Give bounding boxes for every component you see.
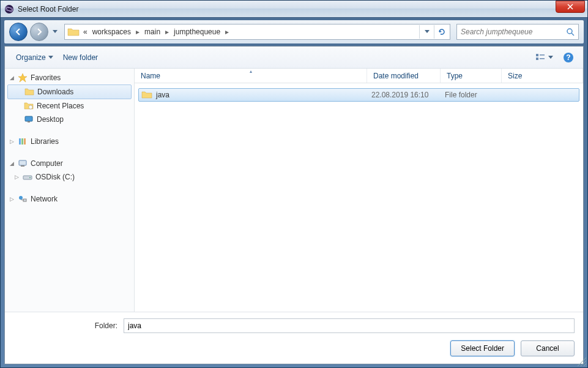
views-icon [535, 53, 546, 62]
svg-rect-17 [21, 165, 24, 167]
favorites-label: Favorites [31, 73, 61, 82]
recent-icon [23, 101, 34, 111]
views-button[interactable] [530, 50, 557, 65]
sidebar-item-recent-places[interactable]: Recent Places [5, 99, 134, 113]
column-header-type[interactable]: Type [441, 69, 502, 83]
sidebar-item-label: Recent Places [37, 102, 84, 110]
file-name: java [156, 91, 169, 99]
desktop-icon [23, 115, 34, 124]
svg-point-20 [19, 196, 23, 200]
breadcrumb-item[interactable]: main [142, 26, 163, 37]
svg-rect-11 [25, 116, 32, 121]
file-row[interactable]: java 22.08.2019 16:10 File folder [138, 88, 579, 102]
refresh-button[interactable] [434, 25, 448, 39]
folder-icon [141, 91, 152, 99]
forward-button[interactable] [30, 23, 48, 41]
nav-history-dropdown[interactable] [51, 24, 59, 39]
titlebar[interactable]: Select Root Folder [1, 1, 587, 18]
tree-group-libraries: ▷ Libraries [5, 135, 134, 148]
svg-point-10 [29, 105, 32, 109]
sidebar-item-libraries[interactable]: ▷ Libraries [5, 135, 134, 148]
network-label: Network [31, 195, 58, 203]
network-icon [17, 194, 28, 204]
sidebar: ◢ Favorites Downloads Recent Places [5, 69, 135, 312]
help-button[interactable]: ? [560, 50, 577, 65]
libraries-label: Libraries [31, 137, 59, 146]
bottom-panel: Folder: Select Folder Cancel [5, 312, 583, 364]
new-folder-label: New folder [63, 53, 98, 62]
sort-ascending-icon: ▴ [135, 69, 367, 74]
folder-icon [67, 26, 80, 38]
chevron-down-icon [425, 30, 430, 34]
computer-label: Computer [31, 159, 63, 168]
sidebar-item-label: OSDisk (C:) [35, 173, 75, 181]
expand-arrow-icon: ◢ [10, 75, 16, 81]
file-list: ▴ Name Date modified Type Size java 22.0… [135, 69, 583, 312]
breadcrumb-item[interactable]: jumpthequeue [171, 26, 223, 37]
folder-label: Folder: [13, 321, 124, 330]
expand-arrow-icon: ▷ [10, 196, 16, 202]
address-dropdown[interactable] [419, 25, 434, 39]
svg-rect-16 [19, 160, 26, 165]
svg-rect-6 [540, 54, 545, 56]
close-icon [567, 4, 573, 10]
sidebar-item-label: Desktop [37, 115, 64, 124]
tree-group-network: ▷ Network [5, 192, 134, 206]
column-headers: ▴ Name Date modified Type Size [135, 69, 583, 83]
drive-icon [22, 172, 33, 182]
svg-rect-14 [21, 138, 23, 145]
column-header-size[interactable]: Size [502, 69, 583, 83]
breadcrumb: « workspaces ▸ main ▸ jumpthequeue ▸ [81, 26, 419, 37]
svg-rect-7 [540, 58, 545, 59]
arrow-left-icon [14, 28, 23, 36]
help-icon: ? [563, 52, 574, 63]
select-folder-button[interactable]: Select Folder [450, 340, 515, 356]
svg-point-19 [29, 177, 31, 178]
column-header-date[interactable]: Date modified [367, 69, 441, 83]
search-icon [566, 28, 575, 36]
organize-button[interactable]: Organize [11, 51, 58, 64]
resize-grip-icon[interactable] [578, 358, 586, 366]
refresh-icon [437, 28, 446, 36]
eclipse-icon [4, 4, 14, 14]
file-type: File folder [445, 91, 506, 99]
chevron-right-icon: ▸ [136, 28, 140, 36]
expand-arrow-icon: ▷ [10, 138, 16, 145]
folder-icon [24, 87, 35, 97]
chevron-down-icon [48, 56, 53, 59]
sidebar-item-label: Downloads [37, 88, 73, 96]
sidebar-item-favorites[interactable]: ◢ Favorites [5, 71, 134, 84]
new-folder-button[interactable]: New folder [58, 51, 103, 64]
tree-group-favorites: ◢ Favorites Downloads Recent Places [5, 71, 134, 126]
close-button[interactable] [556, 1, 585, 13]
computer-icon [17, 159, 28, 168]
svg-rect-13 [19, 138, 21, 145]
address-bar[interactable]: « workspaces ▸ main ▸ jumpthequeue ▸ [64, 24, 450, 40]
search-input[interactable] [461, 28, 566, 36]
back-button[interactable] [9, 23, 28, 41]
svg-rect-4 [536, 54, 538, 56]
search-box[interactable] [456, 24, 579, 40]
libraries-icon [17, 137, 28, 146]
column-header-name[interactable]: ▴ Name [135, 69, 367, 83]
breadcrumb-item[interactable]: workspaces [90, 26, 133, 37]
expand-arrow-icon: ▷ [15, 174, 21, 180]
svg-point-3 [567, 29, 572, 34]
sidebar-item-computer[interactable]: ◢ Computer [5, 157, 134, 170]
chevron-down-icon [53, 30, 58, 34]
file-rows[interactable]: java 22.08.2019 16:10 File folder [135, 83, 583, 312]
chevron-down-icon [548, 56, 553, 59]
arrow-right-icon [35, 28, 43, 36]
chevron-right-icon: ▸ [225, 28, 229, 36]
sidebar-item-osdisk[interactable]: ▷ OSDisk (C:) [5, 170, 134, 184]
sidebar-item-downloads[interactable]: Downloads [7, 84, 132, 99]
folder-input[interactable] [124, 318, 575, 333]
tree-group-computer: ◢ Computer ▷ OSDisk (C:) [5, 157, 134, 184]
main-panel: ◢ Favorites Downloads Recent Places [5, 69, 583, 312]
breadcrumb-overflow[interactable]: « [81, 26, 90, 37]
content-area: Organize New folder ? ◢ F [4, 46, 584, 364]
sidebar-item-desktop[interactable]: Desktop [5, 113, 134, 126]
cancel-button[interactable]: Cancel [521, 340, 575, 356]
sidebar-item-network[interactable]: ▷ Network [5, 192, 134, 206]
svg-point-0 [5, 5, 13, 13]
